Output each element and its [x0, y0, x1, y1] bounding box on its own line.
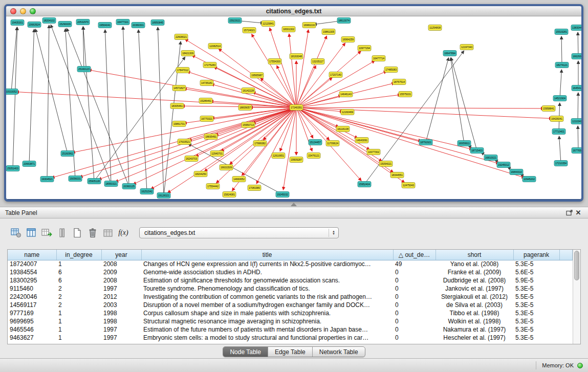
graph-node[interactable]: 15575031: [399, 92, 412, 97]
delete-icon[interactable]: [85, 226, 100, 240]
graph-node[interactable]: 18301302: [282, 27, 295, 32]
graph-node[interactable]: 18791921: [419, 140, 432, 145]
column-header-short[interactable]: short: [435, 250, 513, 260]
column-header-out_de[interactable]: △ out_de…: [393, 250, 435, 260]
graph-node[interactable]: 19861305: [322, 29, 335, 35]
graph-node[interactable]: 20360301: [132, 23, 145, 28]
graph-node[interactable]: 17275283: [203, 62, 216, 68]
table-row[interactable]: 2242004622012Investigating the contribut…: [8, 293, 573, 301]
graph-node[interactable]: 14643091: [355, 138, 368, 143]
table-row[interactable]: 977716911998Corpus callosum shape and si…: [8, 309, 573, 317]
graph-node[interactable]: 18204102: [42, 18, 56, 24]
graph-node[interactable]: 16477714: [372, 56, 385, 61]
graph-node[interactable]: 15958841: [542, 106, 555, 112]
graph-node[interactable]: 16426041: [550, 116, 563, 122]
graph-node[interactable]: 19435301: [11, 20, 24, 26]
graph-node[interactable]: 10077302: [367, 149, 380, 155]
graph-node[interactable]: 19245012: [497, 162, 510, 168]
table-row[interactable]: 946554611997Estimation of the future num…: [8, 325, 573, 334]
table-row[interactable]: 1456911722003Disruption of a novel membe…: [8, 301, 573, 309]
graph-node[interactable]: 17485083: [384, 67, 398, 73]
table-selector-dropdown[interactable]: citations_edges.txt ▲▼: [139, 227, 339, 238]
vertical-scrollbar[interactable]: [573, 250, 580, 344]
graph-node[interactable]: 19304521: [40, 177, 54, 182]
close-window-button[interactable]: [10, 8, 16, 14]
graph-node[interactable]: 18715403: [470, 148, 484, 154]
graph-node[interactable]: 17847012: [176, 68, 189, 73]
table-row[interactable]: 1938455462009Genome-wide association stu…: [8, 268, 573, 276]
table-row[interactable]: 911546021997Tourette syndrome. Phenomeno…: [8, 285, 573, 293]
float-window-icon[interactable]: [564, 209, 574, 217]
table-row[interactable]: 1830029562008Estimation of significance …: [8, 276, 573, 285]
graph-node[interactable]: 13205117: [311, 59, 324, 64]
column-header-pagerank[interactable]: pagerank: [513, 250, 559, 260]
graph-node[interactable]: 19565987: [250, 73, 264, 78]
graph-node[interactable]: 12120841: [262, 21, 275, 27]
show-columns-icon[interactable]: [24, 226, 39, 240]
graph-node[interactable]: 14660652: [232, 177, 246, 182]
minimize-window-button[interactable]: [20, 8, 26, 14]
table-row[interactable]: 969969511998Structural magnetic resonanc…: [8, 317, 573, 325]
graph-node[interactable]: 12940701: [210, 151, 224, 157]
graph-node[interactable]: 15286461: [199, 98, 212, 104]
graph-node[interactable]: 17633521: [178, 139, 191, 145]
graph-node[interactable]: 16454132: [572, 85, 581, 91]
graph-node[interactable]: 16810021: [484, 155, 497, 161]
graph-node[interactable]: 16960216: [302, 23, 316, 28]
graph-node[interactable]: 18274121: [555, 62, 569, 68]
table-row[interactable]: 946362711997Embryonic stem cells: a mode…: [8, 334, 573, 342]
graph-node[interactable]: 16959911: [458, 141, 471, 146]
row-height-icon[interactable]: [54, 226, 70, 240]
graph-node[interactable]: 18204250: [194, 171, 207, 177]
tab-network-table[interactable]: Network Table: [312, 347, 365, 357]
graph-node[interactable]: 14571827: [172, 85, 186, 91]
graph-node[interactable]: 14735181: [200, 80, 213, 86]
column-header-title[interactable]: title: [141, 250, 393, 260]
graph-node[interactable]: 16116108: [336, 126, 350, 132]
graph-node[interactable]: 18757514: [393, 79, 406, 85]
graph-node[interactable]: 17554300: [268, 59, 281, 64]
graph-node[interactable]: 18839057: [238, 105, 252, 111]
graph-node[interactable]: 17554442: [206, 184, 220, 189]
column-header-name[interactable]: name: [8, 250, 56, 260]
graph-node[interactable]: 15290009: [58, 21, 72, 27]
close-panel-icon[interactable]: ✕: [574, 209, 583, 217]
graph-node[interactable]: 19909287: [290, 157, 303, 163]
graph-node[interactable]: 14646143: [339, 92, 353, 97]
graph-node[interactable]: 13830441: [571, 25, 581, 31]
graph-node[interactable]: 22608021: [175, 34, 188, 40]
graph-node[interactable]: 17999382: [253, 141, 267, 146]
graph-node[interactable]: 16770321: [200, 116, 213, 122]
graph-node[interactable]: 15134457: [309, 140, 322, 145]
graph-node[interactable]: 16776503: [572, 148, 581, 154]
tab-edge-table[interactable]: Edge Table: [268, 347, 312, 357]
graph-node[interactable]: 17081980: [248, 185, 261, 191]
graph-node[interactable]: 15476121: [307, 153, 320, 159]
graph-node[interactable]: 15923021: [228, 18, 242, 24]
graph-node[interactable]: 18305461: [170, 103, 184, 109]
graph-node[interactable]: 16251542: [140, 189, 154, 194]
splitter-grip[interactable]: [291, 203, 297, 206]
graph-node[interactable]: 20663871: [23, 161, 36, 167]
graph-node[interactable]: 12082514: [208, 43, 222, 49]
graph-node[interactable]: 12103415: [571, 119, 581, 124]
graph-node[interactable]: 19861701: [172, 121, 186, 127]
graph-node[interactable]: 10945202: [522, 177, 536, 182]
table-gray-icon[interactable]: [100, 226, 116, 240]
scrollbar-thumb[interactable]: [574, 251, 579, 280]
graph-node[interactable]: 15519281: [555, 29, 568, 35]
function-builder-icon[interactable]: f(x): [116, 226, 131, 240]
graph-node[interactable]: 11254808: [428, 25, 442, 31]
graph-node[interactable]: 25051403: [6, 166, 19, 171]
graph-node[interactable]: 12475043: [402, 183, 415, 188]
graph-node[interactable]: 12610651: [272, 153, 285, 159]
graph-node[interactable]: 25905128: [88, 179, 101, 184]
graph-node[interactable]: 17207140: [329, 72, 342, 78]
graph-node[interactable]: 11709624: [326, 141, 339, 146]
graph-node[interactable]: 16631509: [220, 165, 233, 170]
graph-node[interactable]: 16629341: [572, 54, 581, 59]
graph-node[interactable]: 14521904: [553, 96, 567, 101]
graph-node[interactable]: 18421309: [181, 51, 194, 56]
graph-node[interactable]: 25160123: [77, 67, 91, 72]
tab-node-table[interactable]: Node Table: [223, 347, 268, 357]
